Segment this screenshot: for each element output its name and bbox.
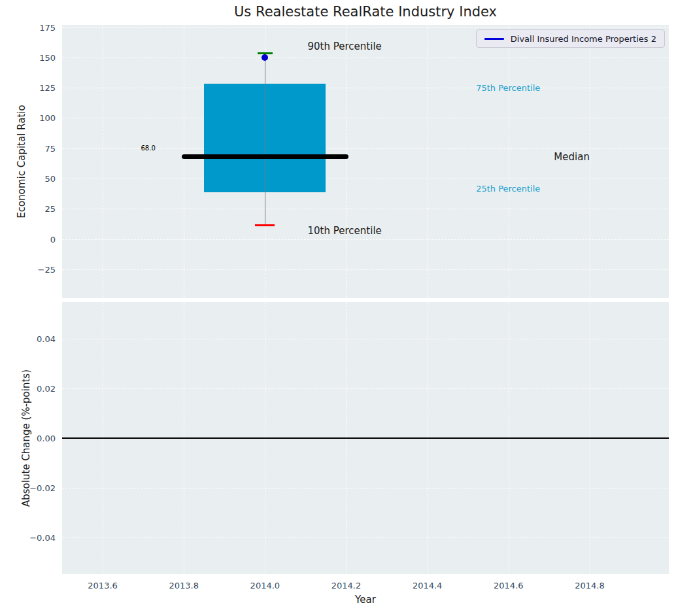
y-tick-label: 0.02 [37,383,56,393]
y-tick-label: 0.00 [37,434,56,443]
y-axis-label-absolute-change: Absolute Change (%-points) [20,369,32,507]
x-tick-label: 2014.2 [331,581,362,590]
gridline-h [62,339,669,339]
y-tick-label: 0 [50,234,56,244]
x-tick-label: 2014.0 [250,581,280,590]
gridline-h [62,179,669,179]
gridline-v [509,25,509,298]
gridline-h [62,27,669,28]
gridline-h [62,269,669,270]
gridline-h [62,118,669,118]
y-tick-label: −0.04 [29,533,56,543]
x-tick-label: 2014.4 [413,581,443,590]
gridline-h [62,58,669,58]
y-tick-label: 100 [39,113,56,123]
y-tick-label: −0.02 [29,483,56,493]
x-tick-label: 2014.6 [494,581,524,590]
y-tick-label: 50 [44,174,56,184]
y-tick-label: −25 [38,265,56,275]
annotation-90th-percentile: 90th Percentile [308,41,382,52]
gridline-h [62,488,669,488]
gridline-v [103,25,103,298]
y-tick-label: 25 [44,204,56,214]
legend: Divall Insured Income Properties 2 [476,29,665,48]
zero-line [62,437,669,439]
y-tick-label: 175 [39,22,56,32]
y-tick-label: 150 [39,52,56,62]
y-axis-label-economic-capital-ratio: Economic Capital Ratio [16,105,27,218]
x-tick-label: 2013.8 [169,581,199,590]
gridline-h [62,209,669,209]
gridline-v [184,25,184,298]
company-data-point [262,54,268,61]
y-tick-label: 0.04 [37,334,56,343]
y-tick-label: 75 [44,143,56,153]
gridline-v [428,25,428,298]
legend-line-swatch [484,38,504,40]
figure: Us Realestate RealRate Industry Index 17… [0,0,676,616]
x-tick-label: 2014.8 [575,581,605,590]
gridline-v [590,25,590,298]
axes-absolute-change: 2013.62013.82014.02014.22014.42014.62014… [62,302,669,574]
annotation-75th-percentile: 75th Percentile [476,83,540,93]
gridline-h [62,239,669,240]
annotation-25th-percentile: 25th Percentile [476,183,540,193]
gridline-h [62,88,669,88]
x-axis-label-year: Year [355,594,376,606]
median-line [182,154,348,159]
axes-economic-capital-ratio: 1751501251007550250−2590th Percentile10t… [62,25,669,298]
gridline-v [346,25,347,298]
gridline-h [62,538,669,538]
annotation-median: Median [554,151,590,163]
y-tick-label: 125 [39,83,56,93]
legend-label: Divall Insured Income Properties 2 [511,34,656,44]
annotation-68-0: 68.0 [141,144,156,151]
chart-title: Us Realestate RealRate Industry Index [234,4,497,20]
annotation-10th-percentile: 10th Percentile [308,225,382,237]
x-tick-label: 2013.6 [88,581,118,590]
gridline-h [62,388,669,389]
whisker [265,53,265,225]
cap-10th-percentile [255,224,275,226]
